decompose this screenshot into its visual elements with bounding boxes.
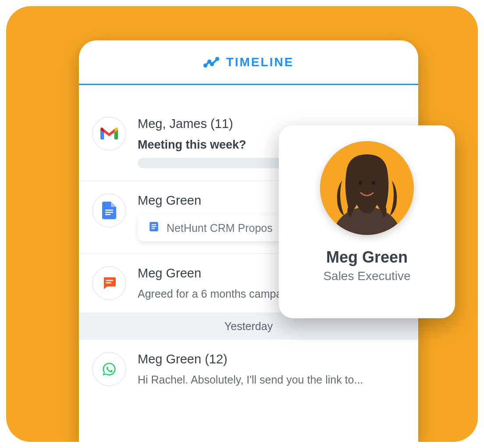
svg-rect-6 (105, 214, 110, 215)
svg-rect-4 (105, 210, 113, 211)
tab-timeline-label: TIMELINE (226, 55, 294, 69)
svg-rect-12 (106, 282, 111, 284)
svg-rect-11 (106, 280, 114, 281)
svg-point-2 (211, 63, 213, 65)
tab-header[interactable]: TIMELINE (79, 40, 418, 85)
timeline-item-text: Hi Rachel. Absolutely, I'll send you the… (138, 373, 405, 386)
svg-rect-8 (152, 224, 157, 225)
gmail-icon (92, 117, 126, 151)
google-doc-icon (92, 193, 126, 228)
svg-rect-5 (105, 212, 113, 213)
profile-name: Meg Green (326, 248, 408, 267)
whatsapp-icon (92, 352, 126, 386)
timeline-item-body: Meg Green (12) Hi Rachel. Absolutely, I'… (138, 352, 405, 386)
svg-point-1 (208, 60, 210, 63)
profile-role: Sales Executive (323, 269, 410, 283)
svg-rect-10 (152, 228, 155, 229)
attachment-chip[interactable]: NetHunt CRM Propos (138, 215, 283, 241)
avatar (320, 141, 414, 235)
svg-point-3 (216, 58, 218, 60)
svg-rect-9 (152, 226, 157, 227)
svg-point-16 (359, 181, 362, 185)
doc-icon (148, 221, 160, 235)
svg-point-17 (372, 181, 375, 185)
timeline-item-title: Meg Green (12) (138, 352, 405, 366)
svg-point-0 (204, 64, 206, 67)
background-panel: TIMELINE Meg, James (11) (6, 6, 478, 442)
timeline-item[interactable]: Meg Green (12) Hi Rachel. Absolutely, I'… (79, 340, 418, 398)
chart-line-icon (203, 54, 219, 70)
profile-card[interactable]: Meg Green Sales Executive (279, 125, 455, 318)
attachment-name: NetHunt CRM Propos (167, 222, 273, 235)
chat-icon (92, 266, 126, 300)
